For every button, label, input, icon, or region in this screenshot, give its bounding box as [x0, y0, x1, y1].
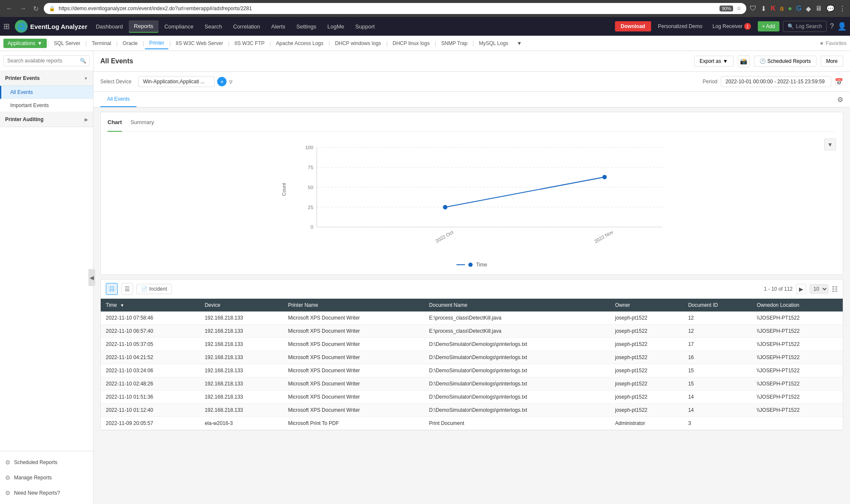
- subnav-dhcp-linux[interactable]: DHCP linux logs: [388, 38, 434, 49]
- extension-icon-k[interactable]: K: [771, 5, 776, 12]
- sidebar-item-all-events[interactable]: All Events: [0, 86, 93, 99]
- share-button[interactable]: 📸: [738, 55, 750, 67]
- list-view-button[interactable]: ☰: [121, 283, 133, 295]
- printer-auditing-label: Printer Auditing: [5, 116, 43, 122]
- extension-icon-2[interactable]: ⬇: [761, 5, 766, 13]
- extension-icon-dark[interactable]: ◆: [806, 5, 811, 13]
- add-button[interactable]: + Add: [758, 21, 779, 31]
- sidebar-categories: Printer Events ▼ All Events Important Ev…: [0, 71, 93, 451]
- col-document[interactable]: Document Name: [424, 299, 610, 311]
- col-time[interactable]: Time ▼: [101, 299, 200, 311]
- more-label: More: [826, 58, 838, 64]
- col-doc-id[interactable]: Document ID: [683, 299, 752, 311]
- separator-6: |: [227, 40, 230, 46]
- user-button[interactable]: 👤: [837, 22, 847, 31]
- subnav-iis-ftp[interactable]: IIS W3C FTP: [230, 38, 269, 49]
- filter-icon[interactable]: ▿: [229, 78, 232, 86]
- sidebar-collapse-button[interactable]: ◀: [88, 269, 95, 286]
- content-actions: Export as ▼ 📸 🕐 Scheduled Reports More: [694, 55, 843, 67]
- cell-1: 192.168.218.133: [200, 391, 283, 404]
- grid-icon[interactable]: ⊞: [3, 22, 10, 31]
- col-owner[interactable]: Owner: [610, 299, 683, 311]
- back-button[interactable]: ←: [4, 3, 14, 14]
- column-settings-icon[interactable]: ☷: [832, 285, 838, 293]
- nav-support[interactable]: Support: [350, 21, 380, 32]
- log-search-button[interactable]: 🔍 Log Search: [783, 21, 827, 32]
- add-device-button[interactable]: +: [217, 77, 227, 86]
- export-button[interactable]: Export as ▼: [694, 56, 734, 67]
- search-input[interactable]: [3, 55, 90, 66]
- cell-5: 3: [683, 417, 752, 430]
- subnav-apache[interactable]: Apache Access Logs: [272, 38, 328, 49]
- nav-dashboard[interactable]: Dashboard: [91, 21, 128, 32]
- cell-6: \\JOSEPH-PT1522: [752, 404, 843, 417]
- log-receiver-button[interactable]: Log Receiver 1: [709, 21, 754, 32]
- tab-all-events[interactable]: All Events: [100, 92, 136, 107]
- nav-menu: Dashboard Reports Compliance Search Corr…: [91, 20, 611, 33]
- sidebar-item-important-events[interactable]: Important Events: [0, 99, 93, 112]
- prev-page-button[interactable]: ▶: [796, 284, 806, 294]
- cell-6: \\JOSEPH-PT1522: [752, 325, 843, 338]
- favorites-button[interactable]: ★ Favorites: [819, 40, 847, 46]
- cell-0: 2022-11-10 02:48:26: [101, 377, 200, 391]
- app-dropdown[interactable]: Applications ▼: [3, 39, 47, 48]
- col-printer[interactable]: Printer Name: [283, 299, 424, 311]
- help-button[interactable]: ?: [830, 23, 834, 30]
- manage-reports-item[interactable]: ⚙ Manage Reports: [0, 470, 93, 485]
- subnav-sqlserver[interactable]: SQL Server: [50, 38, 85, 49]
- nav-correlation[interactable]: Correlation: [228, 21, 265, 32]
- subnav-mysql[interactable]: MySQL Logs: [475, 38, 513, 49]
- personalized-demo-button[interactable]: Personalized Demo: [654, 21, 706, 31]
- chart-tab-summary[interactable]: Summary: [130, 119, 154, 128]
- refresh-button[interactable]: ↻: [31, 3, 40, 14]
- nav-logme[interactable]: LogMe: [322, 21, 349, 32]
- sidebar-category-printer-events[interactable]: Printer Events ▼: [0, 71, 93, 86]
- extension-icon-menu[interactable]: ⋮: [839, 5, 846, 13]
- sidebar-category-printer-auditing[interactable]: Printer Auditing ▶: [0, 112, 93, 127]
- extension-icon-screen[interactable]: 🖥: [815, 5, 822, 12]
- lock-icon: 🔒: [49, 6, 55, 11]
- cell-2: Microsoft XPS Document Writer: [283, 351, 424, 364]
- cell-1: 192.168.218.133: [200, 338, 283, 351]
- download-button[interactable]: Download: [615, 21, 651, 31]
- more-logs-dropdown[interactable]: ▼: [513, 38, 526, 49]
- more-button[interactable]: More: [821, 56, 843, 67]
- settings-icon[interactable]: ⚙: [837, 96, 843, 103]
- period-input[interactable]: 2022-10-01 00:00:00 - 2022-11-15 23:59:5…: [721, 76, 831, 87]
- calendar-icon[interactable]: 📅: [835, 78, 843, 86]
- url-bar[interactable]: 🔒 https://demo.eventloganalyzer.com/even…: [44, 3, 746, 14]
- chart-tab-chart[interactable]: Chart: [108, 119, 122, 132]
- subnav-terminal[interactable]: Terminal: [88, 38, 115, 49]
- extension-icon-a[interactable]: a: [780, 5, 784, 12]
- subnav-oracle[interactable]: Oracle: [119, 38, 142, 49]
- separator-3: |: [115, 40, 118, 46]
- incident-button[interactable]: 📄 Incident: [136, 284, 172, 294]
- extension-icon-1[interactable]: 🛡: [750, 5, 756, 12]
- page-size-select[interactable]: 10 25 50: [810, 284, 828, 294]
- scheduled-reports-button[interactable]: 🕐 Scheduled Reports: [754, 56, 816, 67]
- chart-collapse-button[interactable]: ▼: [824, 139, 836, 150]
- forward-button[interactable]: →: [18, 3, 28, 14]
- star-icon[interactable]: ☆: [737, 6, 741, 11]
- nav-settings[interactable]: Settings: [291, 21, 321, 32]
- grid-view-button[interactable]: ☷: [106, 283, 118, 295]
- extension-icon-chat[interactable]: 💬: [826, 5, 835, 13]
- separator-5: |: [168, 40, 171, 46]
- scheduled-reports-item[interactable]: ⚙ Scheduled Reports: [0, 455, 93, 470]
- gear-icon-2: ⚙: [5, 474, 11, 481]
- nav-alerts[interactable]: Alerts: [266, 21, 290, 32]
- nav-compliance[interactable]: Compliance: [159, 21, 199, 32]
- subnav-snmp[interactable]: SNMP Trap: [437, 38, 472, 49]
- device-dropdown[interactable]: Win-Application,Applicati ...: [138, 76, 215, 87]
- subnav-printer[interactable]: Printer: [145, 37, 168, 49]
- subnav-iis-w3c[interactable]: IIS W3C Web Server: [172, 38, 227, 49]
- col-location[interactable]: Ownedon Location: [752, 299, 843, 311]
- subnav-dhcp-win[interactable]: DHCP windows logs: [331, 38, 385, 49]
- col-device[interactable]: Device: [200, 299, 283, 311]
- nav-search[interactable]: Search: [199, 21, 227, 32]
- search-wrap: 🔍: [3, 55, 90, 66]
- extension-icon-g[interactable]: G: [796, 5, 802, 12]
- need-reports-item[interactable]: ⚙ Need New Reports?: [0, 485, 93, 501]
- nav-reports[interactable]: Reports: [129, 20, 159, 33]
- extension-icon-circle[interactable]: ●: [788, 5, 792, 12]
